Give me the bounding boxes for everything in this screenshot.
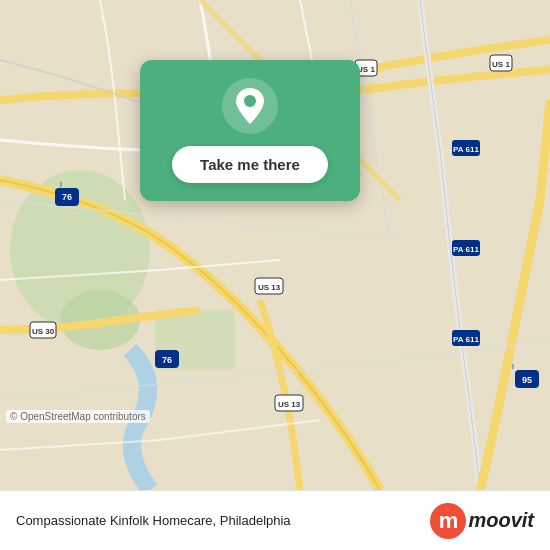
svg-text:76: 76 [162,355,172,365]
svg-text:PA 611: PA 611 [453,245,479,254]
svg-text:PA 611: PA 611 [453,145,479,154]
svg-text:I: I [60,181,62,188]
svg-point-31 [244,95,256,107]
map-pin-icon [222,78,278,134]
map-container: 76 I US 1 US 1 US 1 PA 611 PA 611 PA 611… [0,0,550,490]
svg-text:PA 611: PA 611 [453,335,479,344]
moovit-logo-text: moovit [468,509,534,532]
map-copyright: © OpenStreetMap contributors [6,410,150,423]
svg-text:76: 76 [62,192,72,202]
moovit-logo: m moovit [430,503,534,539]
svg-text:US 1: US 1 [492,60,510,69]
svg-text:95: 95 [522,375,532,385]
svg-text:US 13: US 13 [258,283,281,292]
moovit-logo-letter: m [439,508,459,534]
bottom-bar: Compassionate Kinfolk Homecare, Philadel… [0,490,550,550]
moovit-logo-badge: m [430,503,466,539]
location-label: Compassionate Kinfolk Homecare, Philadel… [16,513,291,528]
svg-text:US 13: US 13 [278,400,301,409]
take-me-there-button[interactable]: Take me there [172,146,328,183]
svg-text:I: I [512,363,514,370]
location-card: Take me there [140,60,360,201]
svg-text:US 30: US 30 [32,327,55,336]
